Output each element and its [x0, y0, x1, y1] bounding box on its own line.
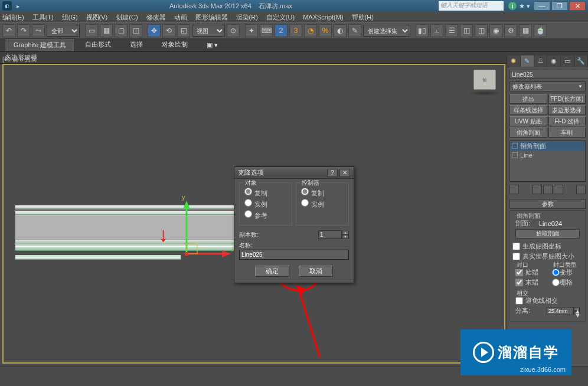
- schematic-button[interactable]: ◫: [475, 24, 488, 37]
- info-icon[interactable]: i: [508, 2, 517, 10]
- mirror-button[interactable]: ▮▯: [416, 24, 429, 37]
- tab-create-icon[interactable]: ✺: [507, 55, 521, 67]
- radio-cap-grid[interactable]: [552, 279, 560, 286]
- rollout-params-header[interactable]: 参数: [509, 199, 586, 209]
- tab-more[interactable]: ▣ ▾: [198, 39, 227, 51]
- btn-poly-sel[interactable]: 多边形选择: [548, 105, 586, 115]
- app-icon[interactable]: ◐: [2, 1, 12, 11]
- rotate-button[interactable]: ⟲: [162, 24, 175, 37]
- selection-filter[interactable]: 全部: [47, 25, 80, 37]
- redo-button[interactable]: ↷: [17, 24, 30, 37]
- material-button[interactable]: ◉: [489, 24, 502, 37]
- close-button[interactable]: ✕: [569, 1, 586, 11]
- move-button[interactable]: ✥: [148, 24, 161, 37]
- tab-object-paint[interactable]: 对象绘制: [153, 38, 197, 51]
- menu-maxscript[interactable]: MAXScript(M): [303, 14, 343, 21]
- render-frame-button[interactable]: ▦: [519, 24, 532, 37]
- menu-customize[interactable]: 自定义(U): [266, 13, 295, 22]
- spinner-down[interactable]: ▼: [342, 235, 349, 239]
- tab-utilities-icon[interactable]: 🔧: [574, 55, 588, 67]
- snap-2d-button[interactable]: 2: [275, 24, 288, 37]
- btn-uvw[interactable]: UVW 贴图: [509, 116, 547, 126]
- chk-real-world[interactable]: [512, 253, 520, 260]
- chk-cap-end[interactable]: [515, 279, 523, 286]
- radio-reference[interactable]: 参考: [244, 210, 288, 220]
- layers-button[interactable]: ☰: [445, 24, 458, 37]
- viewcube[interactable]: 前: [473, 70, 496, 90]
- stack-item-line[interactable]: Line: [510, 151, 585, 160]
- menu-create[interactable]: 创建(C): [116, 13, 138, 22]
- align-button[interactable]: ⫠: [430, 24, 443, 37]
- radio-cap-morph[interactable]: [552, 269, 560, 276]
- name-input[interactable]: [239, 250, 349, 260]
- maximize-button[interactable]: ❐: [551, 1, 568, 11]
- spinner-snap-button[interactable]: ◐: [334, 24, 347, 37]
- stack-show-button[interactable]: [533, 185, 542, 194]
- radio-ctrl-copy[interactable]: 复制: [301, 188, 345, 198]
- stack-item-chamfer[interactable]: 倒角剖面: [510, 141, 585, 151]
- modifier-list-dropdown[interactable]: 修改器列表: [509, 81, 586, 91]
- pivot-button[interactable]: ⊙: [227, 24, 240, 37]
- menu-animation[interactable]: 动画: [174, 13, 187, 22]
- scale-button[interactable]: ◱: [177, 24, 190, 37]
- dialog-help-button[interactable]: ?: [327, 169, 338, 177]
- curve-editor-button[interactable]: ◫: [460, 24, 473, 37]
- menu-graph[interactable]: 图形编辑器: [195, 13, 228, 22]
- btn-ffd-sel[interactable]: FFD 选择: [548, 116, 586, 126]
- snap-3-button[interactable]: 3: [289, 24, 302, 37]
- keyboard-button[interactable]: ⌨: [260, 24, 273, 37]
- radio-copy[interactable]: 复制: [244, 188, 288, 198]
- window-crossing-button[interactable]: ◫: [129, 24, 142, 37]
- stack-pin-button[interactable]: [509, 185, 519, 194]
- stack-unique-button[interactable]: [543, 185, 553, 194]
- menu-render[interactable]: 渲染(R): [236, 13, 258, 22]
- named-sel-set[interactable]: 创建选择集: [363, 25, 410, 37]
- btn-lathe[interactable]: 车削: [548, 127, 586, 138]
- pick-profile-button[interactable]: 拾取剖面: [515, 229, 580, 238]
- btn-extrude[interactable]: 挤出: [509, 94, 547, 104]
- stack-remove-button[interactable]: [554, 185, 563, 194]
- modifier-stack[interactable]: 倒角剖面 Line: [509, 140, 586, 182]
- render-button[interactable]: 🍵: [534, 24, 547, 37]
- copies-input[interactable]: [318, 230, 342, 239]
- menu-tools[interactable]: 工具(T): [32, 13, 54, 22]
- chk-avoid-intersect[interactable]: [515, 297, 523, 305]
- btn-ffd[interactable]: FFD(长方体): [548, 94, 586, 104]
- manip-button[interactable]: ✦: [245, 24, 258, 37]
- tab-selection[interactable]: 选择: [121, 38, 152, 51]
- render-setup-button[interactable]: ⚙: [504, 24, 517, 37]
- chk-cap-start[interactable]: [515, 269, 523, 276]
- radio-ctrl-instance[interactable]: 实例: [301, 199, 345, 209]
- tab-hierarchy-icon[interactable]: ╩: [534, 55, 548, 67]
- select-button[interactable]: ▭: [85, 24, 98, 37]
- spinner-up[interactable]: ▲: [342, 231, 349, 235]
- select-name-button[interactable]: ▦: [100, 24, 113, 37]
- tab-graphite[interactable]: Graphite 建模工具: [5, 38, 75, 51]
- viewport-label[interactable]: [+0 前 0 真实: [2, 55, 37, 64]
- separation-input[interactable]: [547, 307, 574, 315]
- chk-gen-mapping[interactable]: [512, 243, 520, 250]
- tab-freeform[interactable]: 自由形式: [76, 38, 120, 51]
- menu-help[interactable]: 帮助(H): [352, 13, 374, 22]
- btn-chamfer[interactable]: 倒角剖面: [509, 127, 547, 138]
- minimize-button[interactable]: —: [534, 1, 550, 11]
- tab-motion-icon[interactable]: ◉: [547, 55, 561, 67]
- ref-coord-select[interactable]: 视图: [192, 25, 225, 37]
- tab-modify-icon[interactable]: ✎: [521, 55, 534, 67]
- undo-button[interactable]: ↶: [2, 24, 15, 37]
- tab-display-icon[interactable]: ▭: [561, 55, 574, 67]
- stack-config-button[interactable]: [576, 185, 586, 194]
- ok-button[interactable]: 确定: [255, 266, 289, 277]
- link-button[interactable]: ⤳: [32, 24, 45, 37]
- menu-views[interactable]: 视图(V): [86, 13, 108, 22]
- radio-instance[interactable]: 实例: [244, 199, 288, 209]
- dialog-close-button[interactable]: ✕: [339, 169, 350, 177]
- object-name-field[interactable]: [509, 70, 588, 79]
- menu-modifiers[interactable]: 修改器: [146, 13, 166, 22]
- edit-named-button[interactable]: ✎: [348, 24, 361, 37]
- help-search-input[interactable]: 键入关键字或短语: [439, 1, 504, 11]
- menu-group[interactable]: 组(G): [62, 13, 78, 22]
- angle-snap-button[interactable]: ◔: [304, 24, 317, 37]
- cancel-button[interactable]: 取消: [299, 266, 333, 277]
- btn-spline-sel[interactable]: 样条线选择: [509, 105, 547, 115]
